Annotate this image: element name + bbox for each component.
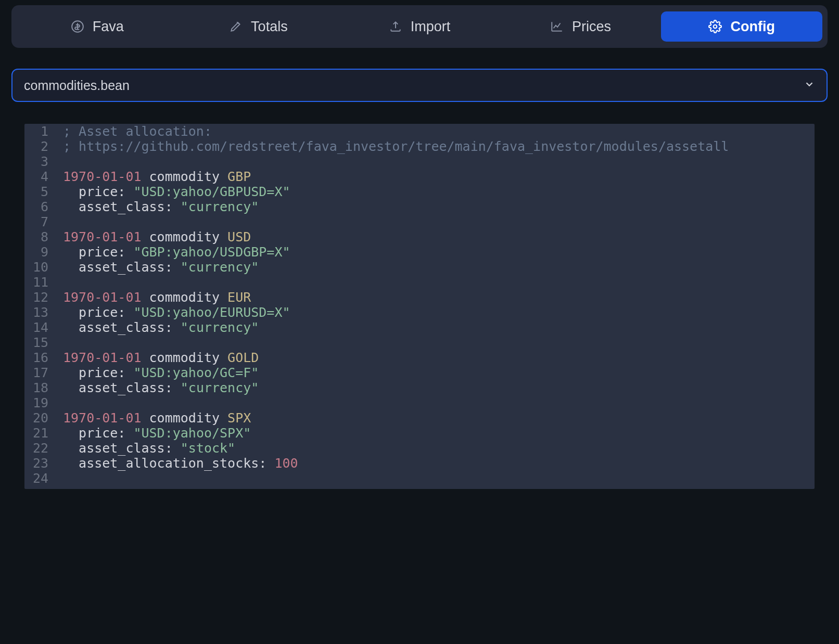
line-content — [55, 154, 71, 169]
line-number: 10 — [24, 260, 55, 275]
line-content: price: "USD:yahoo/EURUSD=X" — [55, 305, 290, 320]
line-content: asset_class: "currency" — [55, 320, 259, 335]
line-number: 7 — [24, 214, 55, 229]
line-number: 12 — [24, 290, 55, 305]
line-number: 3 — [24, 154, 55, 169]
code-line[interactable]: 14 asset_class: "currency" — [24, 320, 815, 335]
tab-config[interactable]: Config — [661, 11, 822, 42]
code-line[interactable]: 24 — [24, 471, 815, 486]
line-number: 1 — [24, 124, 55, 139]
line-number: 23 — [24, 456, 55, 471]
chart-line-icon — [550, 20, 564, 33]
line-number: 18 — [24, 380, 55, 395]
line-number: 21 — [24, 426, 55, 441]
line-number: 14 — [24, 320, 55, 335]
code-line[interactable]: 1; Asset allocation: — [24, 124, 815, 139]
line-content: 1970-01-01 commodity USD — [55, 229, 251, 244]
code-line[interactable]: 3 — [24, 154, 815, 169]
code-line[interactable]: 2; https://github.com/redstreet/fava_inv… — [24, 139, 815, 154]
code-line[interactable]: 13 price: "USD:yahoo/EURUSD=X" — [24, 305, 815, 320]
line-content: asset_class: "stock" — [55, 441, 235, 456]
line-content: 1970-01-01 commodity EUR — [55, 290, 251, 305]
line-content — [55, 214, 71, 229]
line-content: price: "USD:yahoo/GC=F" — [55, 365, 259, 380]
code-line[interactable]: 10 asset_class: "currency" — [24, 260, 815, 275]
tab-label: Totals — [251, 19, 288, 35]
tab-label: Import — [411, 19, 451, 35]
line-number: 6 — [24, 199, 55, 214]
line-content — [55, 335, 71, 350]
line-content: asset_class: "currency" — [55, 199, 259, 214]
code-line[interactable]: 22 asset_class: "stock" — [24, 441, 815, 456]
line-content: 1970-01-01 commodity GOLD — [55, 350, 259, 365]
code-line[interactable]: 9 price: "GBP:yahoo/USDGBP=X" — [24, 244, 815, 260]
line-number: 24 — [24, 471, 55, 486]
code-line[interactable]: 5 price: "USD:yahoo/GBPUSD=X" — [24, 184, 815, 199]
code-line[interactable]: 18 asset_class: "currency" — [24, 380, 815, 395]
tab-label: Fava — [93, 19, 124, 35]
line-content — [55, 471, 71, 486]
tab-prices[interactable]: Prices — [500, 11, 662, 42]
file-select[interactable]: commodities.bean — [11, 69, 828, 102]
editor-area: 1; Asset allocation:2; https://github.co… — [11, 124, 828, 505]
tab-import[interactable]: Import — [339, 11, 500, 42]
line-content: price: "USD:yahoo/SPX" — [55, 426, 251, 441]
line-number: 4 — [24, 169, 55, 184]
line-number: 16 — [24, 350, 55, 365]
code-line[interactable]: 17 price: "USD:yahoo/GC=F" — [24, 365, 815, 380]
line-number: 15 — [24, 335, 55, 350]
tab-label: Prices — [572, 19, 611, 35]
line-number: 20 — [24, 410, 55, 426]
code-line[interactable]: 6 asset_class: "currency" — [24, 199, 815, 214]
tab-label: Config — [730, 19, 774, 35]
line-number: 17 — [24, 365, 55, 380]
upload-icon — [389, 20, 402, 33]
line-number: 19 — [24, 395, 55, 410]
line-number: 11 — [24, 275, 55, 290]
pencil-icon — [229, 20, 243, 33]
code-line[interactable]: 19 — [24, 395, 815, 410]
code-line[interactable]: 21 price: "USD:yahoo/SPX" — [24, 426, 815, 441]
line-content: 1970-01-01 commodity SPX — [55, 410, 251, 426]
code-line[interactable]: 81970-01-01 commodity USD — [24, 229, 815, 244]
code-line[interactable]: 121970-01-01 commodity EUR — [24, 290, 815, 305]
line-content — [55, 395, 71, 410]
line-number: 13 — [24, 305, 55, 320]
dollar-circle-icon — [71, 20, 84, 33]
line-number: 8 — [24, 229, 55, 244]
code-line[interactable]: 11 — [24, 275, 815, 290]
gear-icon — [708, 20, 722, 33]
line-number: 2 — [24, 139, 55, 154]
line-number: 22 — [24, 441, 55, 456]
tab-fava[interactable]: Fava — [17, 11, 178, 42]
code-editor[interactable]: 1; Asset allocation:2; https://github.co… — [24, 124, 815, 489]
chevron-down-icon — [804, 79, 815, 92]
code-line[interactable]: 201970-01-01 commodity SPX — [24, 410, 815, 426]
line-content — [55, 275, 71, 290]
line-content: 1970-01-01 commodity GBP — [55, 169, 251, 184]
line-content: asset_class: "currency" — [55, 380, 259, 395]
line-number: 9 — [24, 244, 55, 260]
line-number: 5 — [24, 184, 55, 199]
svg-point-1 — [714, 25, 717, 29]
tab-totals[interactable]: Totals — [178, 11, 339, 42]
line-content: asset_class: "currency" — [55, 260, 259, 275]
line-content: price: "GBP:yahoo/USDGBP=X" — [55, 244, 290, 260]
code-line[interactable]: 41970-01-01 commodity GBP — [24, 169, 815, 184]
code-line[interactable]: 7 — [24, 214, 815, 229]
code-line[interactable]: 161970-01-01 commodity GOLD — [24, 350, 815, 365]
line-content: ; https://github.com/redstreet/fava_inve… — [55, 139, 729, 154]
toolbar: Fava Totals Import Prices Config — [11, 5, 828, 48]
line-content: ; Asset allocation: — [55, 124, 212, 139]
line-content: asset_allocation_stocks: 100 — [55, 456, 298, 471]
file-select-value: commodities.bean — [24, 78, 804, 93]
line-content: price: "USD:yahoo/GBPUSD=X" — [55, 184, 290, 199]
code-line[interactable]: 15 — [24, 335, 815, 350]
code-line[interactable]: 23 asset_allocation_stocks: 100 — [24, 456, 815, 471]
